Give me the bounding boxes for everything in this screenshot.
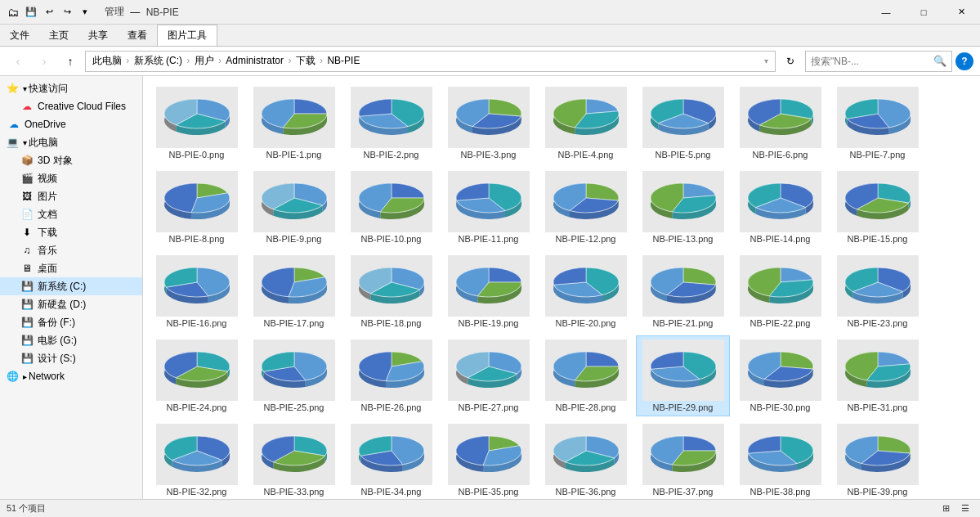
sidebar-item-videos[interactable]: 🎬 视频: [0, 169, 142, 187]
file-item[interactable]: NB-PIE-24.png: [150, 335, 244, 416]
sidebar-item-s-drive[interactable]: 💾 设计 (S:): [0, 349, 142, 367]
help-button[interactable]: ?: [955, 52, 973, 70]
file-item[interactable]: NB-PIE-8.png: [150, 167, 244, 248]
file-label: NB-PIE-27.png: [459, 402, 519, 412]
file-item[interactable]: NB-PIE-1.png: [247, 83, 341, 164]
file-label: NB-PIE-3.png: [461, 150, 517, 160]
file-thumbnail: [156, 339, 238, 401]
file-thumbnail: [156, 171, 238, 232]
file-item[interactable]: NB-PIE-27.png: [441, 335, 535, 416]
file-item[interactable]: NB-PIE-10.png: [344, 167, 438, 248]
file-label: NB-PIE-33.png: [264, 487, 324, 497]
file-label: NB-PIE-37.png: [653, 487, 714, 497]
file-thumbnail: [545, 339, 627, 401]
file-item[interactable]: NB-PIE-37.png: [636, 420, 730, 499]
file-thumbnail: [156, 255, 238, 317]
sidebar-item-creative-cloud[interactable]: ☁ Creative Cloud Files: [0, 97, 142, 115]
file-item[interactable]: NB-PIE-18.png: [344, 251, 438, 332]
file-item[interactable]: NB-PIE-0.png: [150, 83, 244, 164]
file-item[interactable]: NB-PIE-12.png: [539, 167, 633, 248]
file-item[interactable]: NB-PIE-14.png: [733, 167, 827, 248]
sidebar-item-f-drive[interactable]: 💾 备份 (F:): [0, 313, 142, 331]
qat-dropdown-button[interactable]: ▾: [77, 4, 93, 20]
file-item[interactable]: NB-PIE-26.png: [344, 335, 438, 416]
address-path[interactable]: 此电脑 › 新系统 (C:) › 用户 › Administrator › 下载…: [85, 51, 776, 72]
file-label: NB-PIE-22.png: [750, 318, 811, 328]
tab-home[interactable]: 主页: [39, 25, 78, 46]
sidebar-item-onedrive[interactable]: ☁ OneDrive: [0, 115, 142, 133]
file-item[interactable]: NB-PIE-16.png: [150, 251, 244, 332]
file-item[interactable]: NB-PIE-5.png: [636, 83, 730, 164]
forward-button[interactable]: ›: [33, 50, 56, 73]
search-input[interactable]: [811, 56, 930, 67]
file-item[interactable]: NB-PIE-30.png: [733, 335, 827, 416]
sidebar-item-pictures[interactable]: 🖼 图片: [0, 187, 142, 205]
redo-qat-button[interactable]: ↪: [59, 4, 75, 20]
file-item[interactable]: NB-PIE-23.png: [830, 251, 924, 332]
sidebar-item-g-drive[interactable]: 💾 电影 (G:): [0, 331, 142, 349]
file-item[interactable]: NB-PIE-35.png: [441, 420, 535, 499]
tab-view[interactable]: 查看: [118, 25, 157, 46]
sidebar-item-c-drive[interactable]: 💾 新系统 (C:): [0, 277, 142, 295]
file-item[interactable]: NB-PIE-4.png: [539, 83, 633, 164]
file-item[interactable]: NB-PIE-11.png: [441, 167, 535, 248]
file-thumbnail: [253, 171, 335, 232]
file-thumbnail: [837, 339, 919, 401]
tab-picture-tools[interactable]: 图片工具: [157, 25, 217, 46]
file-item[interactable]: NB-PIE-13.png: [636, 167, 730, 248]
file-item[interactable]: NB-PIE-9.png: [247, 167, 341, 248]
file-item[interactable]: NB-PIE-38.png: [733, 420, 827, 499]
up-button[interactable]: ↑: [59, 50, 82, 73]
file-label: NB-PIE-2.png: [364, 150, 419, 160]
file-item[interactable]: NB-PIE-34.png: [344, 420, 438, 499]
file-thumbnail: [740, 424, 821, 485]
file-item[interactable]: NB-PIE-20.png: [539, 251, 633, 332]
file-item[interactable]: NB-PIE-21.png: [636, 251, 730, 332]
tab-share[interactable]: 共享: [78, 25, 118, 46]
download-icon: ⬇: [20, 225, 34, 240]
file-item[interactable]: NB-PIE-39.png: [830, 420, 924, 499]
file-item[interactable]: NB-PIE-3.png: [441, 83, 535, 164]
undo-qat-button[interactable]: ↩: [41, 4, 57, 20]
file-item[interactable]: NB-PIE-19.png: [441, 251, 535, 332]
file-item[interactable]: NB-PIE-15.png: [830, 167, 924, 248]
address-dropdown-icon[interactable]: ▾: [764, 56, 768, 65]
drive-s-icon: 💾: [20, 351, 34, 366]
file-label: NB-PIE-5.png: [656, 150, 711, 160]
file-item[interactable]: NB-PIE-6.png: [733, 83, 827, 164]
maximize-button[interactable]: □: [905, 0, 942, 25]
file-item[interactable]: NB-PIE-29.png: [636, 335, 730, 416]
file-item[interactable]: NB-PIE-25.png: [247, 335, 341, 416]
sidebar-item-network[interactable]: 🌐 ▸ Network: [0, 367, 142, 385]
file-label: NB-PIE-19.png: [459, 318, 519, 328]
sidebar-item-music[interactable]: ♫ 音乐: [0, 241, 142, 259]
file-label: NB-PIE-8.png: [169, 234, 225, 244]
sidebar-item-this-pc[interactable]: 💻 ▾ 此电脑: [0, 133, 142, 151]
refresh-button[interactable]: ↻: [779, 50, 802, 73]
sidebar-item-quick-access[interactable]: ⭐ ▾ 快速访问: [0, 79, 142, 97]
file-item[interactable]: NB-PIE-32.png: [150, 420, 244, 499]
sidebar-item-documents[interactable]: 📄 文档: [0, 205, 142, 223]
close-button[interactable]: ✕: [942, 0, 980, 25]
tab-file[interactable]: 文件: [0, 25, 39, 46]
minimize-button[interactable]: —: [867, 0, 905, 25]
file-item[interactable]: NB-PIE-31.png: [830, 335, 924, 416]
save-qat-button[interactable]: 💾: [23, 4, 39, 20]
file-item[interactable]: NB-PIE-2.png: [344, 83, 438, 164]
sidebar-item-desktop[interactable]: 🖥 桌面: [0, 259, 142, 277]
file-item[interactable]: NB-PIE-33.png: [247, 420, 341, 499]
back-button[interactable]: ‹: [7, 50, 29, 73]
sidebar-item-d-drive[interactable]: 💾 新硬盘 (D:): [0, 295, 142, 313]
expand-icon: ▸: [23, 372, 27, 381]
details-view-button[interactable]: ☰: [957, 501, 973, 516]
file-label: NB-PIE-0.png: [169, 150, 225, 160]
file-item[interactable]: NB-PIE-17.png: [247, 251, 341, 332]
file-item[interactable]: NB-PIE-28.png: [539, 335, 633, 416]
file-item[interactable]: NB-PIE-7.png: [830, 83, 924, 164]
sidebar-item-downloads[interactable]: ⬇ 下载: [0, 223, 142, 241]
file-item[interactable]: NB-PIE-36.png: [539, 420, 633, 499]
file-item[interactable]: NB-PIE-22.png: [733, 251, 827, 332]
large-icons-view-button[interactable]: ⊞: [937, 501, 954, 516]
sidebar-item-3d-objects[interactable]: 📦 3D 对象: [0, 151, 142, 169]
file-label: NB-PIE-6.png: [753, 150, 808, 160]
